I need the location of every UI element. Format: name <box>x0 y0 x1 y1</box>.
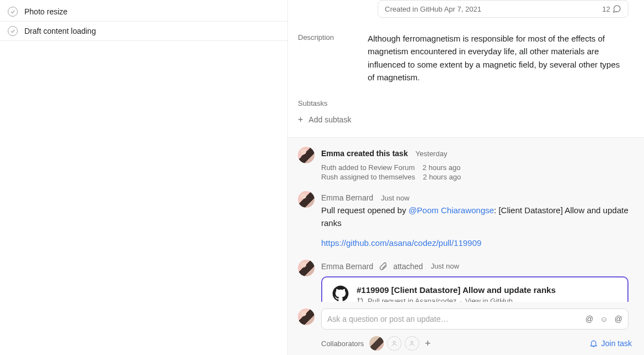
comment-body-prefix: Pull request opened by <box>321 205 409 215</box>
comment-placeholder: Ask a question or post an update… <box>327 315 449 323</box>
join-task-button[interactable]: Join task <box>589 339 632 348</box>
svg-point-0 <box>358 298 359 300</box>
attachment-title: #119909 [Client Datastore] Allow and upd… <box>357 285 556 295</box>
comment-author: Emma Bernard <box>321 193 373 202</box>
task-row[interactable]: Photo resize <box>0 2 288 22</box>
avatar <box>298 260 315 276</box>
activity-actor: Emma <box>321 149 344 158</box>
speech-bubble-icon <box>612 4 621 13</box>
emoji-icon[interactable]: ☺ <box>600 315 607 323</box>
attachment-view-link[interactable]: View in GitHub <box>465 297 513 302</box>
add-subtask-label: Add subtask <box>308 115 351 124</box>
svg-point-4 <box>411 341 413 343</box>
github-origin-text: Created in GitHub Apr 7, 2021 <box>385 5 481 13</box>
task-row[interactable]: Draft content loading <box>0 22 288 41</box>
github-comment-count: 12 <box>602 4 621 13</box>
activity-time: Yesterday <box>415 150 447 158</box>
at-mention-icon[interactable]: @ <box>615 315 622 323</box>
activity-sub-time: 2 hours ago <box>423 173 461 181</box>
task-list: Photo resize Draft content loading <box>0 0 288 41</box>
comment-composer: Ask a question or post an update… @ ☺ @ <box>288 302 644 330</box>
comment-time: Just now <box>381 194 409 202</box>
attachment-meta-repo: Pull request in Asana/codez <box>368 297 456 302</box>
activity-sub-time: 2 hours ago <box>423 163 461 172</box>
attachment-verb: attached <box>393 262 423 271</box>
task-title: Photo resize <box>24 7 68 16</box>
task-title: Draft content loading <box>24 27 96 35</box>
avatar <box>298 308 315 325</box>
pull-request-icon <box>357 297 364 302</box>
join-task-label: Join task <box>601 339 632 348</box>
description-value[interactable]: Although ferromagnetism is responsible f… <box>368 32 628 84</box>
comment-mention[interactable]: @Poom Chiarawongse <box>409 205 494 215</box>
description-field: Description Although ferromagnetism is r… <box>298 32 628 84</box>
activity-feed: Emma created this task Yesterday Ruth ad… <box>288 137 644 302</box>
paperclip-icon <box>379 262 388 271</box>
activity-sub-text: Ruth added to Review Forum <box>321 163 415 172</box>
bell-icon <box>589 339 598 348</box>
collaborators-label: Collaborators <box>321 339 364 348</box>
attachment-author: Emma Bernard <box>321 262 373 271</box>
checkmark-icon[interactable] <box>8 7 18 17</box>
attachment-card[interactable]: #119909 [Client Datastore] Allow and upd… <box>321 276 628 302</box>
task-footer: Collaborators + Join task <box>288 330 644 355</box>
collaborators: Collaborators + <box>321 336 431 351</box>
activity-verb: created this task <box>347 149 408 158</box>
activity-attachment-event: Emma Bernard attached Just now #119909 [… <box>298 260 628 302</box>
add-collaborator-button[interactable]: + <box>425 338 431 349</box>
comment-input[interactable]: Ask a question or post an update… @ ☺ @ <box>321 308 628 330</box>
avatar <box>298 191 315 208</box>
activity-sub-text: Rush assigned to themselves <box>321 173 415 181</box>
subtasks-label: Subtasks <box>298 99 628 107</box>
add-collaborator-placeholder[interactable] <box>405 336 419 351</box>
task-detail-pane: Created in GitHub Apr 7, 2021 12 Descrip… <box>288 0 644 355</box>
at-mention-icon[interactable]: @ <box>585 315 593 323</box>
activity-comment: Emma Bernard Just now Pull request opene… <box>298 191 628 250</box>
plus-icon: + <box>298 115 303 124</box>
collaborator-avatar[interactable] <box>369 336 384 351</box>
checkmark-icon[interactable] <box>8 26 18 36</box>
github-icon <box>332 285 349 302</box>
pr-link[interactable]: https://github.com/asana/codez/pull/1199… <box>321 238 481 248</box>
add-collaborator-placeholder[interactable] <box>387 336 401 351</box>
add-subtask-button[interactable]: + Add subtask <box>298 115 628 137</box>
svg-point-3 <box>393 341 395 343</box>
activity-created: Emma created this task Yesterday Ruth ad… <box>298 147 628 181</box>
attachment-time: Just now <box>431 262 459 270</box>
description-label: Description <box>298 32 368 84</box>
avatar <box>298 147 315 163</box>
github-origin-pill[interactable]: Created in GitHub Apr 7, 2021 12 <box>378 0 628 18</box>
